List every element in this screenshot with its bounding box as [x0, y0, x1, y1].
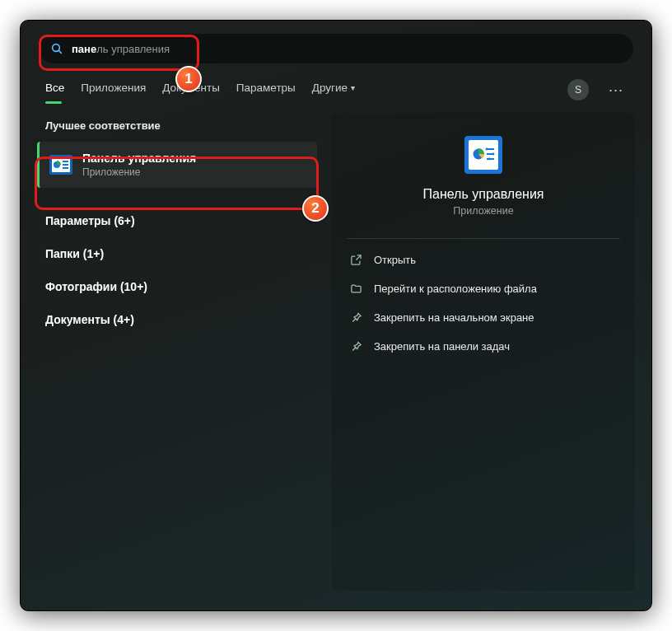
action-pin-start-label: Закрепить на начальном экране — [374, 311, 534, 324]
chevron-down-icon: ▾ — [351, 83, 355, 92]
preview-app-icon — [464, 136, 502, 174]
svg-point-13 — [488, 158, 491, 161]
results-column: Лучшее соответствие Панель управления Пр… — [37, 113, 317, 591]
more-options-button[interactable]: ··· — [605, 78, 627, 102]
best-match-subtitle: Приложение — [82, 166, 196, 178]
best-match-result[interactable]: Панель управления Приложение — [37, 142, 317, 188]
preview-subtitle: Приложение — [453, 205, 513, 217]
folder-icon — [350, 283, 362, 295]
search-row: панель управления — [21, 21, 651, 70]
action-open-location[interactable]: Перейти к расположению файла — [347, 274, 620, 303]
action-location-label: Перейти к расположению файла — [374, 283, 537, 295]
filter-tabs: Все Приложения Документы Параметры Други… — [21, 70, 651, 103]
svg-point-11 — [492, 153, 495, 156]
svg-line-1 — [58, 50, 61, 53]
tab-all[interactable]: Все — [45, 77, 64, 104]
action-open-label: Открыть — [374, 254, 416, 266]
tab-documents[interactable]: Документы — [162, 77, 220, 104]
search-input[interactable]: панель управления — [39, 34, 633, 63]
search-query: панель управления — [72, 43, 170, 55]
action-list: Открыть Перейти к расположению файла Зак… — [347, 245, 620, 361]
tab-more[interactable]: Другие▾ — [312, 77, 355, 104]
user-avatar[interactable]: S — [567, 79, 589, 100]
category-photos[interactable]: Фотографии (10+) — [37, 270, 317, 303]
pin-icon — [350, 311, 362, 324]
control-panel-icon — [49, 155, 72, 175]
svg-rect-12 — [487, 158, 494, 160]
category-folders[interactable]: Папки (1+) — [37, 237, 317, 270]
action-pin-start[interactable]: Закрепить на начальном экране — [347, 303, 620, 332]
best-match-title: Панель управления — [82, 152, 196, 165]
svg-rect-6 — [63, 167, 68, 169]
category-documents[interactable]: Документы (4+) — [37, 303, 317, 336]
action-pin-taskbar[interactable]: Закрепить на панели задач — [347, 332, 620, 361]
tab-settings[interactable]: Параметры — [236, 77, 296, 104]
preview-title: Панель управления — [423, 187, 544, 202]
action-open[interactable]: Открыть — [347, 245, 620, 274]
open-icon — [350, 254, 362, 266]
category-list: Параметры (6+) Папки (1+) Фотографии (10… — [37, 204, 317, 336]
best-match-heading: Лучшее соответствие — [37, 113, 317, 142]
tab-apps[interactable]: Приложения — [81, 77, 146, 104]
svg-rect-5 — [63, 164, 68, 166]
category-settings[interactable]: Параметры (6+) — [37, 204, 317, 237]
svg-point-9 — [486, 148, 488, 151]
action-pin-taskbar-label: Закрепить на панели задач — [374, 340, 510, 353]
preview-panel: Панель управления Приложение Открыть Пер… — [332, 113, 635, 591]
svg-rect-4 — [63, 161, 68, 162]
pin-icon — [350, 340, 362, 353]
search-icon — [50, 42, 63, 55]
divider — [347, 238, 620, 239]
search-window: панель управления Все Приложения Докумен… — [20, 20, 652, 611]
